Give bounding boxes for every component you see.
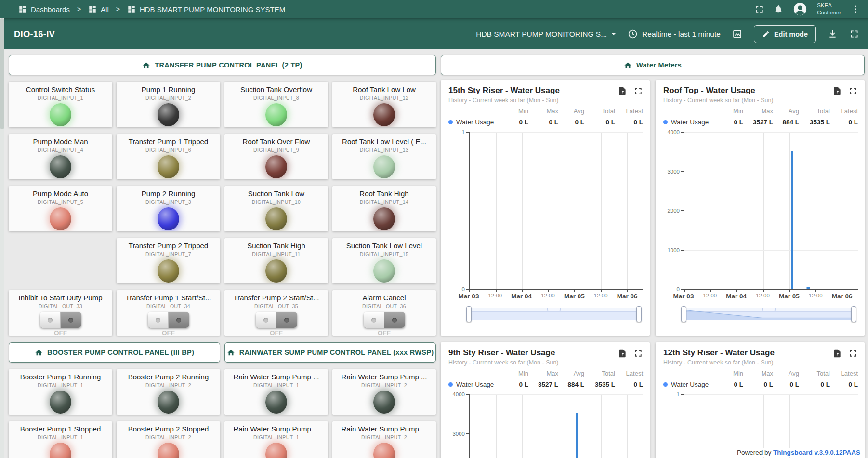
breadcrumb-separator: > — [77, 5, 81, 13]
breadcrumb-item-current-dashboard[interactable]: HDB SMART PUMP MONITORING SYSTEM — [127, 5, 285, 13]
export-widget-button[interactable] — [618, 86, 627, 96]
brush-right-handle[interactable] — [636, 306, 642, 322]
led-datakey-label: DIGITAL_INPUT_8 — [224, 95, 328, 101]
toolbar-fullscreen-button[interactable] — [849, 29, 859, 39]
toggle-on-side — [61, 312, 81, 328]
toggle-switch[interactable] — [364, 312, 405, 328]
brush-grip[interactable] — [762, 308, 776, 311]
export-widget-button[interactable] — [832, 86, 842, 96]
legend-stat-value: 0 L — [830, 119, 858, 126]
led-datakey-label: DIGITAL_INPUT_3 — [117, 199, 220, 205]
led-card-title: Roof Tank Low Level ( E... — [332, 137, 436, 146]
led-indicator-card: Pump Mode ManDIGITAL_INPUT_4 — [9, 134, 112, 179]
y-tick-mark — [681, 289, 684, 290]
edit-mode-label: Edit mode — [774, 30, 808, 38]
fullscreen-widget-button[interactable] — [848, 86, 858, 96]
led-datakey-label: DIGITAL_INPUT_7 — [117, 251, 220, 257]
led-card-title: Pump 2 Running — [117, 189, 220, 198]
export-widget-button[interactable] — [832, 349, 842, 358]
fullscreen-widget-button[interactable] — [848, 349, 858, 358]
chart-header-actions — [832, 348, 858, 358]
time-brush-scrollbar[interactable] — [468, 308, 640, 320]
led-card-title: Pump Mode Man — [9, 137, 112, 146]
toggle-switch[interactable] — [148, 312, 189, 328]
fullscreen-toggle-button[interactable] — [754, 4, 764, 14]
led-indicator-card: Roof Tank Low LowDIGITAL_INPUT_12 — [332, 82, 436, 127]
legend-column-header: Total — [584, 108, 615, 115]
toggle-switch[interactable] — [40, 312, 81, 328]
notifications-button[interactable] — [774, 4, 783, 14]
legend-column-header: Total — [799, 108, 830, 115]
led-light — [50, 443, 71, 458]
led-card-title: Suction Tank High — [224, 242, 328, 250]
fullscreen-widget-button[interactable] — [633, 86, 643, 96]
water-usage-charts-grid: 15th Sty Riser - Water UsageHistory - Cu… — [441, 80, 865, 458]
fullscreen-widget-button[interactable] — [633, 349, 643, 358]
vertical-gridline — [549, 132, 549, 289]
breadcrumb-item-dashboards[interactable]: Dashboards — [18, 5, 70, 13]
led-datakey-label: DIGITAL_INPUT_4 — [9, 147, 112, 153]
brush-left-handle[interactable] — [466, 306, 472, 322]
vertical-gridline — [549, 394, 549, 458]
brush-left-handle[interactable] — [681, 306, 686, 322]
water-meters-region: Water Meters 15th Sty Riser - Water Usag… — [441, 55, 865, 458]
vertical-gridline — [711, 394, 711, 458]
panel-header-rainwater: RAINWATER SUMP PUMP CONTROL PANEL (xxx R… — [224, 342, 436, 363]
home-icon — [35, 349, 43, 357]
switch-datakey-label: DIGITAL_OUT_35 — [224, 303, 328, 309]
toggle-on-side — [169, 312, 189, 328]
led-datakey-label: DIGITAL_INPUT_5 — [9, 199, 112, 205]
x-tick-label: 12:00 — [541, 293, 555, 298]
dashboard-select[interactable]: HDB SMART PUMP MONITORING S... — [476, 30, 616, 39]
led-card-title: Roof Tank High — [332, 189, 436, 198]
toggle-switch[interactable] — [256, 312, 297, 328]
page-scrollbar-thumb[interactable] — [0, 18, 4, 129]
led-datakey-label: DIGITAL_INPUT_10 — [224, 199, 328, 205]
switch-card-title: Alarm Cancel — [332, 294, 436, 302]
series-color-dot — [663, 120, 668, 124]
transfer-pump-grid: Control Switch StatusDIGITAL_INPUT_1Pump… — [9, 82, 436, 336]
series-name: Water Usage — [671, 381, 709, 388]
switch-control-card: Alarm CancelDIGITAL_OUT_36OFF — [332, 290, 436, 336]
led-light — [158, 207, 179, 230]
y-tick-mark — [466, 289, 469, 290]
chart-subtitle: History - Current week so far (Mon - Sun… — [663, 359, 858, 366]
edit-mode-button[interactable]: Edit mode — [754, 25, 816, 43]
led-light — [265, 103, 287, 126]
breadcrumb-item-all[interactable]: All — [88, 5, 109, 13]
user-name[interactable]: SKEA Customer — [817, 2, 841, 16]
user-avatar[interactable] — [793, 2, 807, 16]
legend-series: Water Usage — [448, 119, 503, 126]
led-datakey-label: DIGITAL_INPUT_15 — [332, 251, 436, 257]
page-scrollbar-track[interactable] — [0, 18, 4, 458]
screenshot-button[interactable] — [732, 29, 742, 39]
chart-subtitle: History - Current week so far (Mon - Sun… — [663, 97, 858, 104]
toggle-off-side — [364, 312, 385, 328]
legend-stat-value: 0 L — [528, 119, 558, 126]
y-tick-label: 2000 — [667, 208, 680, 214]
legend-column-header: Avg — [773, 370, 799, 377]
y-tick-label: 3000 — [452, 431, 465, 437]
export-widget-button[interactable] — [618, 349, 627, 358]
legend-stat-value: 884 L — [558, 381, 584, 388]
dashboard-icon — [127, 5, 136, 13]
download-button[interactable] — [828, 29, 838, 39]
toggle-on-side — [384, 312, 405, 328]
time-brush-scrollbar[interactable] — [683, 308, 855, 320]
panel-header-transfer: TRANSFER PUMP CONTROL PANEL (2 TP) — [9, 55, 436, 75]
plot-canvas — [684, 132, 858, 290]
led-light — [265, 443, 287, 458]
thingsboard-version-link[interactable]: Thingsboard v.3.9.0.12PAAS — [773, 449, 860, 456]
timewindow-button[interactable]: Realtime - last 1 minute — [628, 29, 721, 39]
x-tick-label: 12:00 — [594, 293, 608, 298]
brush-right-handle[interactable] — [851, 306, 856, 322]
chart-legend: MinMaxAvgTotalLatestWater Usage0 L0 L0 L… — [663, 368, 858, 391]
led-light — [265, 391, 287, 414]
series-name: Water Usage — [456, 381, 494, 388]
brush-grip[interactable] — [547, 308, 561, 311]
x-axis-labels: Mar 0312:00Mar 0412:00Mar 0512:00Mar 06 — [469, 290, 643, 302]
legend-column-header: Latest — [615, 370, 643, 377]
led-indicator-card: Pump 1 RunningDIGITAL_INPUT_2 — [117, 82, 220, 127]
more-menu-button[interactable] — [851, 4, 860, 14]
switch-card-title: Transfer Pump 2 Start/St... — [224, 294, 328, 302]
